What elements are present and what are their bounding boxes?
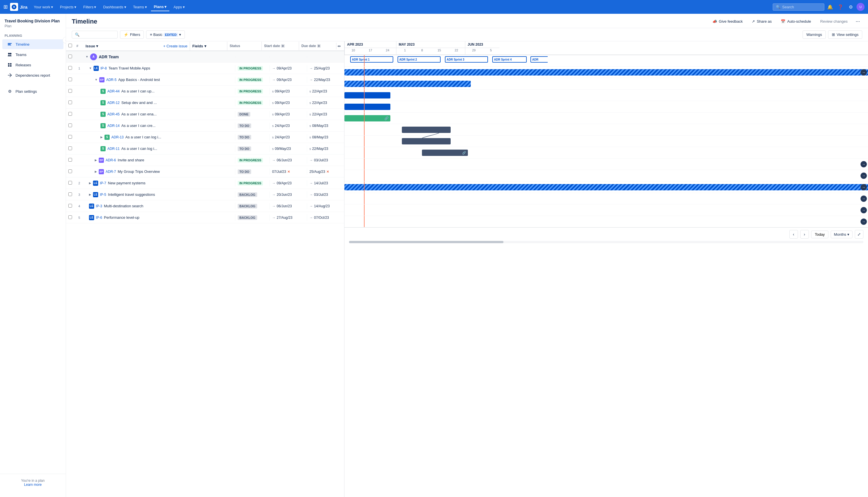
chart-row-adr6: → — [345, 158, 868, 170]
prev-button[interactable]: ‹ — [789, 230, 798, 239]
issue-key[interactable]: ADR-13 — [111, 135, 124, 139]
issue-key[interactable]: ADR-45 — [107, 112, 120, 116]
table-row: ▶ EP ADR-7 My Group Trips Overview TO DO… — [66, 166, 344, 178]
issue-key[interactable]: ADR-5 — [106, 78, 117, 82]
today-line — [364, 204, 364, 216]
right-arrow-icon: → — [860, 161, 867, 167]
gantt-bar[interactable]: 🔗 — [422, 150, 468, 156]
auto-schedule-button[interactable]: 📅 Auto-schedule — [777, 17, 814, 25]
search-input[interactable] — [81, 32, 115, 37]
fields-column-header[interactable]: Fields ▾ — [190, 42, 227, 51]
start-date-column-header[interactable]: Start date D — [261, 42, 299, 50]
issue-column-header[interactable]: Issue ▾ — [83, 42, 161, 51]
search-box-filter[interactable]: 🔍 — [72, 31, 118, 39]
next-button[interactable]: › — [800, 230, 809, 239]
group-name: ADR Team — [99, 55, 119, 59]
give-feedback-button[interactable]: 📣 Give feedback — [709, 17, 746, 25]
issue-key[interactable]: ADR-14 — [107, 124, 120, 128]
horizontal-scrollbar[interactable] — [349, 241, 864, 243]
due-date-column-header[interactable]: Due date D — [299, 42, 336, 50]
issue-key[interactable]: IP-3 — [96, 204, 102, 208]
sidebar-item-teams[interactable]: Teams — [2, 50, 63, 59]
nav-plans[interactable]: Plans▾ — [151, 3, 170, 11]
expand-icon[interactable]: ▶ — [95, 170, 97, 173]
notifications-icon[interactable]: 🔔 — [825, 2, 835, 12]
gantt-bar[interactable] — [345, 69, 868, 75]
issue-key[interactable]: ADR-44 — [107, 89, 120, 93]
nav-your-work[interactable]: Your work▾ — [31, 3, 56, 11]
sidebar-item-label: Teams — [15, 53, 26, 57]
right-arrow-icon: → — [860, 196, 867, 202]
chart-panel: APR 2023 10 17 24 MAY 2023 1 8 1 — [345, 41, 868, 497]
create-issue-button[interactable]: + Create issue — [161, 42, 190, 51]
fullscreen-button[interactable]: ⤢ — [855, 230, 864, 239]
nav-projects[interactable]: Projects▾ — [57, 3, 79, 11]
sidebar: ‹ Travel Booking Division Plan Plan PLAN… — [0, 14, 66, 497]
nav-filters[interactable]: Filters▾ — [81, 3, 99, 11]
story-icon: S — [100, 100, 106, 105]
sidebar-item-plan-settings[interactable]: ⚙ Plan settings — [2, 86, 63, 96]
issue-key[interactable]: IP-5 — [100, 193, 106, 197]
sprint-bar-2: ADR Sprint 2 — [397, 56, 440, 62]
expand-icon[interactable]: ▶ — [89, 182, 91, 185]
status-badge: IN PROGRESS — [238, 66, 263, 71]
issue-key[interactable]: ADR-12 — [107, 101, 120, 105]
team-avatar: A — [90, 53, 97, 60]
gantt-bar[interactable] — [402, 127, 451, 133]
months-dropdown[interactable]: Months ▾ — [831, 230, 853, 238]
view-settings-icon: ⊞ — [832, 32, 835, 37]
gantt-bar[interactable] — [345, 184, 868, 190]
issues-panel: # Issue ▾ + Create issue Fields ▾ Status — [66, 41, 345, 497]
issue-key[interactable]: IP-7 — [100, 181, 106, 185]
issue-title: Multi-destination search — [104, 204, 143, 208]
help-icon[interactable]: ❓ — [836, 2, 845, 12]
jira-logo[interactable]: Jira — [10, 3, 28, 11]
expand-icon[interactable]: ▼ — [89, 67, 92, 70]
sidebar-item-releases[interactable]: Releases — [2, 60, 63, 70]
learn-more-link[interactable]: Learn more — [4, 483, 61, 487]
table-row: 3 ▶ LE IP-5 Intelligent travel suggestio… — [66, 189, 344, 200]
gantt-bar[interactable] — [402, 138, 451, 144]
more-options-button[interactable]: ··· — [853, 17, 862, 26]
today-button[interactable]: Today — [811, 230, 829, 238]
gantt-bar[interactable] — [345, 104, 390, 110]
week-label: 5 — [482, 48, 500, 53]
chart-row-adr11: 🔗 — [345, 147, 868, 158]
gantt-bar[interactable] — [345, 92, 390, 99]
view-settings-button[interactable]: ⊞ View settings — [828, 30, 862, 39]
grid-icon[interactable]: ⊞ — [3, 4, 8, 10]
filters-button[interactable]: ⚡ Filters — [120, 30, 144, 39]
timeline-icon — [7, 41, 13, 47]
gantt-bar[interactable]: 🔗 — [345, 115, 390, 122]
settings-icon[interactable]: ⚙ — [846, 2, 855, 12]
nav-apps[interactable]: Apps▾ — [171, 3, 188, 11]
status-badge: IN PROGRESS — [238, 77, 263, 82]
basic-filter-button[interactable]: ≡ Basic EDITED ▾ — [146, 30, 185, 39]
scrollbar-thumb[interactable] — [349, 241, 504, 243]
issue-key[interactable]: IP-6 — [96, 216, 102, 219]
expand-icon[interactable]: ▼ — [95, 78, 98, 81]
search-box[interactable]: 🔍 Search — [773, 3, 824, 11]
sidebar-item-dependencies[interactable]: Dependencies report — [2, 70, 63, 80]
share-as-button[interactable]: ↗ Share as — [748, 17, 775, 25]
issue-key[interactable]: ADR-6 — [106, 158, 116, 162]
avatar[interactable]: U — [856, 3, 865, 11]
expand-icon[interactable]: ▶ — [100, 136, 103, 139]
expand-group-icon[interactable]: ▼ — [86, 55, 88, 58]
nav-teams[interactable]: Teams▾ — [130, 3, 150, 11]
footer-text: You're in a plan — [4, 479, 61, 483]
expand-icon[interactable]: ⇔ — [336, 43, 344, 49]
gantt-bar[interactable] — [345, 81, 471, 87]
issue-key[interactable]: IP-8 — [100, 66, 107, 70]
issue-key[interactable]: ADR-7 — [106, 170, 116, 174]
select-all-checkbox[interactable] — [66, 41, 75, 51]
sidebar-item-timeline[interactable]: Timeline — [2, 39, 63, 49]
expand-icon[interactable]: ▶ — [95, 158, 97, 162]
warnings-button[interactable]: Warnings — [802, 30, 825, 39]
review-changes-button[interactable]: Review changes — [817, 17, 851, 25]
today-line — [364, 67, 364, 78]
issue-key[interactable]: ADR-11 — [107, 147, 120, 151]
week-label: 10 — [345, 48, 362, 53]
nav-dashboards[interactable]: Dashboards▾ — [100, 3, 129, 11]
expand-icon[interactable]: ▶ — [89, 193, 91, 196]
